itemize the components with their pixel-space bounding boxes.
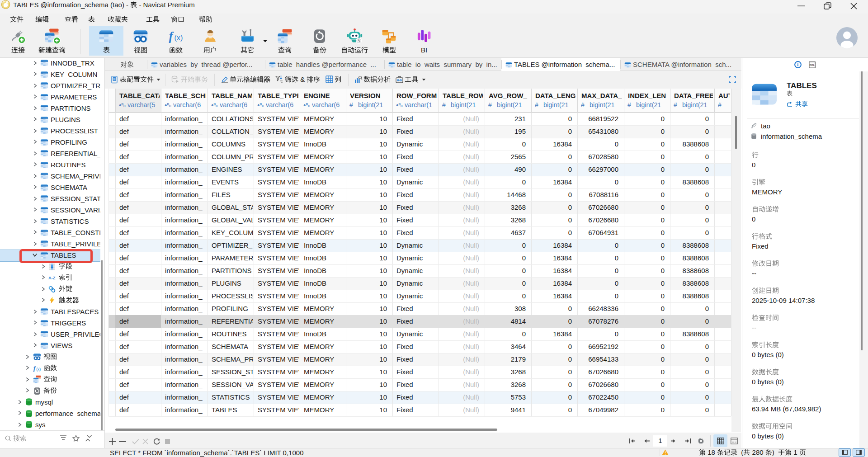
svg-text:C: C: [169, 104, 171, 108]
svg-text:C: C: [401, 104, 403, 108]
svg-text:C: C: [123, 104, 126, 108]
svg-text:C: C: [216, 104, 218, 108]
svg-text:C: C: [262, 104, 264, 108]
svg-text:DDL: DDL: [810, 64, 815, 66]
svg-text:C: C: [308, 104, 310, 108]
